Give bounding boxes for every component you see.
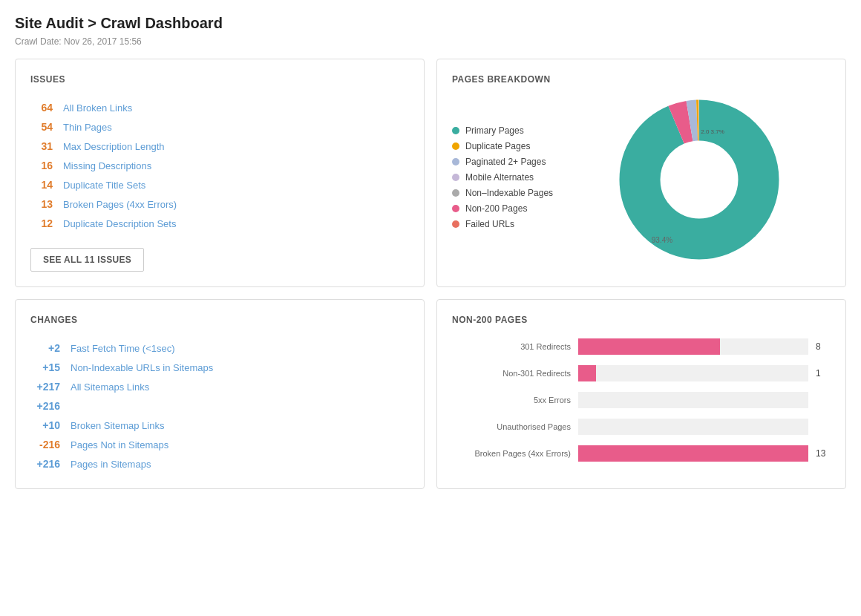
donut-chart-container: 93.4% 93.4% 2.0 3.7%	[568, 98, 831, 261]
change-count: -216	[30, 439, 60, 450]
page-title: Site Audit > Crawl Dashboard	[15, 15, 846, 32]
issue-link[interactable]: Duplicate Title Sets	[63, 180, 145, 191]
change-link[interactable]: Broken Sitemap Links	[71, 420, 164, 431]
change-count: +10	[30, 419, 60, 431]
bar-fill	[578, 445, 808, 462]
changes-list: +2 Fast Fetch Time (<1sec) +15 Non-Index…	[30, 338, 409, 474]
issue-count: 54	[30, 121, 53, 133]
bar-label: 301 Redirects	[452, 342, 571, 351]
changes-title: CHANGES	[30, 315, 409, 325]
pages-breakdown-card: PAGES BREAKDOWN Primary Pages Duplicate …	[436, 59, 846, 287]
legend-item: Mobile Alternates	[452, 172, 553, 183]
svg-text:93.4%: 93.4%	[652, 236, 672, 244]
issue-link[interactable]: All Broken Links	[63, 102, 132, 114]
issue-item: 12 Duplicate Description Sets	[30, 214, 409, 233]
legend-item: Failed URLs	[452, 219, 553, 229]
legend-label: Primary Pages	[465, 125, 524, 136]
change-count: +2	[30, 342, 60, 354]
legend-label: Duplicate Pages	[465, 141, 530, 151]
change-item: +217 All Sitemaps Links	[30, 377, 409, 396]
bar-track	[578, 445, 808, 462]
legend-item: Paginated 2+ Pages	[452, 157, 553, 167]
change-item: +15 Non-Indexable URLs in Sitemaps	[30, 358, 409, 377]
issue-item: 31 Max Description Length	[30, 137, 409, 156]
legend-label: Non–Indexable Pages	[465, 188, 553, 198]
bar-row: Non-301 Redirects 1	[452, 365, 831, 381]
bar-value: 1	[816, 368, 831, 379]
bar-row: Unauthorised Pages	[452, 419, 831, 435]
bar-value: 8	[816, 341, 831, 352]
issue-link[interactable]: Max Description Length	[63, 141, 165, 152]
legend-label: Failed URLs	[465, 219, 514, 229]
legend-item: Primary Pages	[452, 125, 553, 136]
legend-item: Non–Indexable Pages	[452, 188, 553, 198]
bar-track	[578, 392, 808, 408]
issue-link[interactable]: Thin Pages	[63, 122, 112, 133]
bar-label: Unauthorised Pages	[452, 422, 571, 431]
legend-dot	[452, 205, 459, 212]
change-item: +216 Pages in Sitemaps	[30, 454, 409, 474]
non200-title: NON-200 PAGES	[452, 315, 831, 325]
see-all-issues-button[interactable]: SEE ALL 11 ISSUES	[30, 248, 144, 272]
bar-track	[578, 338, 808, 355]
svg-point-5	[662, 142, 736, 217]
legend-dot	[452, 189, 459, 197]
legend-dot	[452, 127, 459, 134]
issue-item: 14 Duplicate Title Sets	[30, 175, 409, 194]
issue-link[interactable]: Duplicate Description Sets	[63, 218, 176, 229]
issue-link[interactable]: Missing Descriptions	[63, 160, 151, 171]
change-link[interactable]: Fast Fetch Time (<1sec)	[71, 343, 175, 354]
change-item: +2 Fast Fetch Time (<1sec)	[30, 338, 409, 358]
bar-track	[578, 365, 808, 381]
change-link[interactable]: Non-Indexable URLs in Sitemaps	[71, 362, 213, 373]
bar-label: 5xx Errors	[452, 396, 571, 404]
issues-list: 64 All Broken Links 54 Thin Pages 31 Max…	[30, 98, 409, 233]
pages-legend: Primary Pages Duplicate Pages Paginated …	[452, 125, 553, 235]
bar-row: 5xx Errors	[452, 392, 831, 408]
donut-chart: 93.4% 93.4% 2.0 3.7%	[618, 98, 781, 261]
bar-value: 13	[816, 448, 831, 459]
change-item: -216 Pages Not in Sitemaps	[30, 435, 409, 454]
change-count: +216	[30, 458, 60, 470]
bar-track	[578, 419, 808, 435]
issue-item: 13 Broken Pages (4xx Errors)	[30, 194, 409, 214]
bar-fill	[578, 365, 596, 381]
non200-card: NON-200 PAGES 301 Redirects 8 Non-301 Re…	[436, 299, 846, 489]
legend-label: Non-200 Pages	[465, 203, 527, 214]
non200-bars: 301 Redirects 8 Non-301 Redirects 1 5xx …	[452, 338, 831, 462]
change-link[interactable]: Pages in Sitemaps	[71, 459, 151, 470]
change-count: +216	[30, 400, 60, 412]
legend-label: Mobile Alternates	[465, 172, 534, 183]
legend-dot	[452, 220, 459, 228]
issues-card: ISSUES 64 All Broken Links 54 Thin Pages…	[15, 59, 425, 287]
svg-text:2.0 3.7%: 2.0 3.7%	[701, 128, 724, 135]
bar-fill	[578, 338, 720, 355]
legend-dot	[452, 174, 459, 181]
change-count: +217	[30, 381, 60, 393]
change-count: +15	[30, 361, 60, 373]
issue-item: 16 Missing Descriptions	[30, 156, 409, 175]
issue-count: 12	[30, 217, 53, 229]
legend-label: Paginated 2+ Pages	[465, 157, 546, 167]
change-link[interactable]: Pages Not in Sitemaps	[71, 439, 168, 450]
legend-dot	[452, 142, 459, 150]
pages-breakdown-title: PAGES BREAKDOWN	[452, 74, 831, 85]
issue-count: 16	[30, 160, 53, 171]
bar-row: Broken Pages (4xx Errors) 13	[452, 445, 831, 462]
change-link[interactable]: All Sitemaps Links	[71, 381, 149, 393]
legend-item: Duplicate Pages	[452, 141, 553, 151]
issue-link[interactable]: Broken Pages (4xx Errors)	[63, 199, 177, 210]
issues-title: ISSUES	[30, 74, 409, 85]
change-item: +10 Broken Sitemap Links	[30, 416, 409, 435]
change-item: +216	[30, 396, 409, 416]
bar-label: Non-301 Redirects	[452, 369, 571, 378]
crawl-date: Crawl Date: Nov 26, 2017 15:56	[15, 36, 846, 47]
issue-item: 54 Thin Pages	[30, 117, 409, 137]
issue-count: 64	[30, 102, 53, 114]
legend-dot	[452, 158, 459, 166]
pages-breakdown-content: Primary Pages Duplicate Pages Paginated …	[452, 98, 831, 261]
bar-row: 301 Redirects 8	[452, 338, 831, 355]
issue-item: 64 All Broken Links	[30, 98, 409, 117]
issue-count: 31	[30, 140, 53, 152]
issue-count: 13	[30, 198, 53, 210]
